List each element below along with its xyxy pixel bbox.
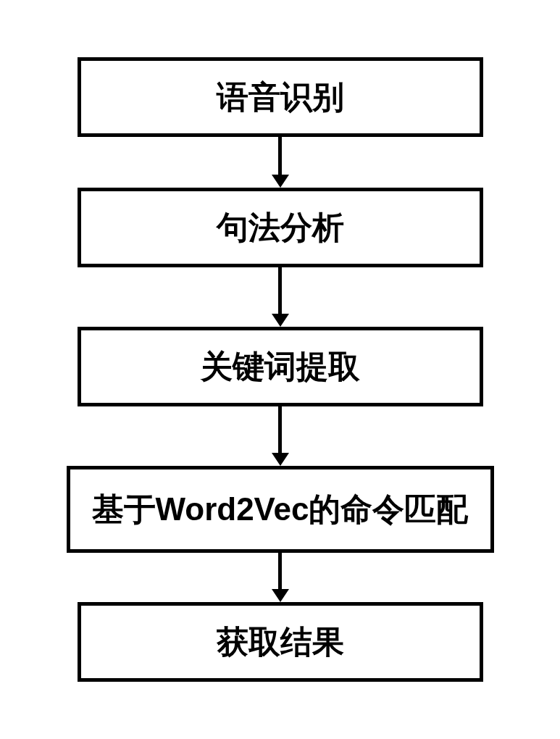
arrow-icon: [272, 267, 289, 327]
arrow-shaft: [278, 267, 282, 314]
flow-node-4-label: 基于Word2Vec的命令匹配: [92, 488, 469, 531]
flow-node-5-label: 获取结果: [217, 621, 344, 664]
arrow-head-icon: [272, 175, 289, 188]
arrow-shaft: [278, 137, 282, 175]
arrow-shaft: [278, 553, 282, 589]
arrow-head-icon: [272, 589, 289, 602]
flowchart-container: 语音识别 句法分析 关键词提取 基于Word2Vec的命令匹配 获取结果: [67, 57, 494, 682]
arrow-head-icon: [272, 314, 289, 327]
arrow-head-icon: [272, 453, 289, 466]
arrow-icon: [272, 553, 289, 602]
flow-node-2-label: 句法分析: [217, 206, 344, 249]
flow-node-3: 关键词提取: [78, 327, 483, 406]
flow-node-4: 基于Word2Vec的命令匹配: [67, 466, 494, 553]
arrow-shaft: [278, 406, 282, 453]
flow-node-1: 语音识别: [78, 57, 483, 137]
flow-node-1-label: 语音识别: [217, 76, 344, 119]
arrow-icon: [272, 137, 289, 188]
flow-node-2: 句法分析: [78, 188, 483, 267]
arrow-icon: [272, 406, 289, 466]
flow-node-3-label: 关键词提取: [201, 346, 360, 388]
flow-node-5: 获取结果: [78, 602, 483, 682]
